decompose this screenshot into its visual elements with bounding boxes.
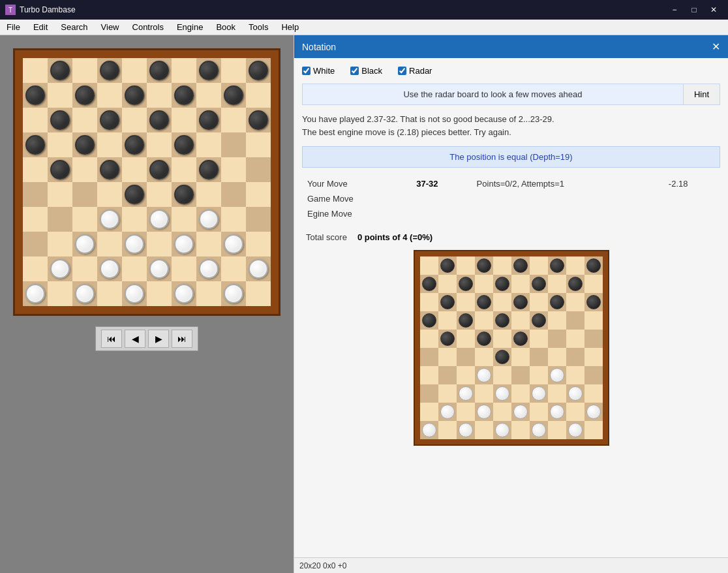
board-cell [122, 207, 147, 232]
black-piece [75, 85, 95, 105]
board-cell [584, 348, 603, 366]
black-piece [513, 258, 528, 273]
black-checkbox[interactable] [350, 67, 359, 75]
radar-checkbox[interactable] [398, 67, 406, 75]
board-cell [172, 83, 196, 108]
board-cell [566, 293, 584, 311]
board-cell [23, 108, 48, 132]
black-piece [532, 277, 546, 291]
board-cell [97, 83, 122, 108]
black-piece [495, 350, 509, 364]
board-cell [97, 132, 122, 157]
board-cell [475, 330, 493, 348]
board-cell [172, 157, 196, 182]
white-piece [568, 423, 583, 437]
moves-table: Your Move 37-32 Points=0/2, Attempts=1 -… [302, 176, 720, 222]
board-cell [457, 293, 475, 311]
white-piece [459, 423, 473, 437]
board-cell [72, 232, 97, 256]
main-content: ⏮ ◀ ▶ ⏭ Notation ✕ White Black [0, 35, 728, 573]
menu-edit[interactable]: Edit [27, 20, 54, 35]
board-cell [97, 108, 122, 132]
board-cell [511, 311, 530, 330]
black-piece [495, 277, 509, 291]
notation-close-button[interactable]: ✕ [712, 40, 720, 53]
board-cell [566, 256, 584, 275]
board-cell [457, 366, 475, 384]
notation-body: White Black Radar Use the radar board to… [294, 58, 728, 557]
app-icon: T [5, 5, 16, 15]
notation-header: Notation ✕ [294, 35, 728, 58]
board-cell [457, 421, 475, 439]
board-cell [48, 232, 72, 256]
board-cell [420, 348, 438, 366]
board-cell [48, 256, 72, 281]
window-controls: − □ ✕ [665, 3, 723, 17]
board-cell [584, 366, 603, 384]
board-cell [457, 311, 475, 330]
menu-search[interactable]: Search [54, 20, 94, 35]
board-cell [548, 256, 566, 275]
board-cell [566, 348, 584, 366]
board-cell [172, 232, 196, 256]
board-cell [511, 421, 530, 439]
black-piece [477, 258, 491, 273]
white-piece [440, 405, 455, 419]
board-cell [246, 83, 271, 108]
board-cell [147, 132, 172, 157]
black-piece [125, 85, 144, 105]
close-button[interactable]: ✕ [705, 3, 723, 17]
checkbox-radar[interactable]: Radar [398, 66, 432, 76]
black-piece [100, 110, 119, 130]
checkbox-black[interactable]: Black [350, 66, 382, 76]
white-piece [532, 386, 546, 401]
white-piece [100, 259, 119, 279]
board-cell [147, 108, 172, 132]
radar-label: Radar [409, 66, 432, 76]
board-cell [196, 108, 221, 132]
nav-last-button[interactable]: ⏭ [172, 330, 192, 348]
menu-tools[interactable]: Tools [242, 20, 275, 35]
black-label: Black [361, 66, 382, 76]
board-cell [147, 256, 172, 281]
checkbox-white[interactable]: White [302, 66, 335, 76]
board-cell [548, 348, 566, 366]
menu-engine[interactable]: Engine [170, 20, 209, 35]
white-piece [199, 209, 219, 229]
black-piece [550, 295, 564, 309]
black-piece [50, 61, 70, 80]
board-cell [566, 384, 584, 403]
menu-file[interactable]: File [0, 20, 27, 35]
white-piece [513, 405, 528, 419]
menu-view[interactable]: View [95, 20, 126, 35]
white-piece [249, 259, 268, 279]
board-cell [48, 58, 72, 83]
board-cell [566, 330, 584, 348]
maximize-button[interactable]: □ [685, 3, 703, 17]
board-cell [420, 311, 438, 330]
menu-help[interactable]: Help [275, 20, 305, 35]
black-piece [174, 185, 194, 204]
main-board-container [13, 48, 281, 316]
board-cell [420, 275, 438, 293]
board-cell [493, 384, 511, 403]
black-piece [477, 332, 491, 346]
board-cell [172, 108, 196, 132]
nav-prev-button[interactable]: ◀ [125, 330, 145, 348]
white-piece [100, 209, 119, 229]
hint-text: Use the radar board to look a few moves … [303, 84, 683, 104]
nav-first-button[interactable]: ⏮ [101, 330, 122, 348]
hint-button[interactable]: Hint [683, 84, 720, 104]
white-piece [550, 368, 564, 382]
board-cell [172, 256, 196, 281]
menu-controls[interactable]: Controls [126, 20, 170, 35]
menu-book[interactable]: Book [209, 20, 242, 35]
board-cell [548, 403, 566, 421]
black-piece [50, 160, 70, 179]
white-checkbox[interactable] [302, 67, 311, 75]
nav-next-button[interactable]: ▶ [148, 330, 169, 348]
minimize-button[interactable]: − [665, 3, 684, 17]
white-piece [199, 259, 219, 279]
board-cell [511, 366, 530, 384]
board-cell [420, 256, 438, 275]
